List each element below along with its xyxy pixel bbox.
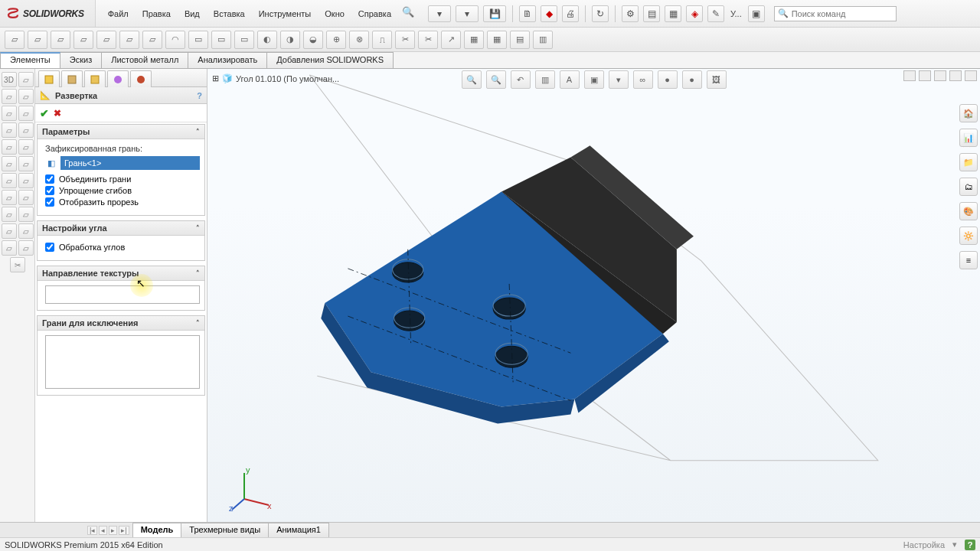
tab-evaluate[interactable]: Анализировать <box>188 52 267 68</box>
tool2-2[interactable]: ▱ <box>28 31 47 49</box>
fixed-face-input[interactable] <box>60 156 200 170</box>
custom-props-icon[interactable]: ≡ <box>959 251 978 269</box>
scene-icon[interactable]: ∞ <box>633 70 653 89</box>
new-button[interactable]: ▾ <box>428 5 451 22</box>
tool2-11[interactable]: ▭ <box>234 31 254 49</box>
group-texture-header[interactable]: Направление текстуры ˄ <box>38 266 204 281</box>
appearance-icon[interactable]: ● <box>658 70 678 89</box>
resources-icon[interactable]: 📊 <box>959 129 978 147</box>
lt-10[interactable]: ▱ <box>2 156 17 171</box>
accept-button[interactable]: ✔ <box>40 107 49 119</box>
cancel-button[interactable]: ✖ <box>54 108 61 119</box>
feature-tree-flyout[interactable]: ⊞ 🧊 Угол 01.010 (По умолчан... <box>212 73 339 83</box>
view-palette-icon[interactable]: 🎨 <box>959 202 978 220</box>
menu-view[interactable]: Вид <box>178 6 206 21</box>
status-help-icon[interactable]: ? <box>965 540 975 550</box>
lt-19[interactable]: ▱ <box>18 223 34 239</box>
group-angle-header[interactable]: Настройки угла ˄ <box>38 221 204 236</box>
explorer-icon[interactable]: 🗂 <box>959 178 978 196</box>
lt-7[interactable]: ▱ <box>18 122 34 138</box>
view-setting2-icon[interactable]: ▦ <box>665 5 681 22</box>
display-style-icon[interactable]: ▣ <box>584 70 604 89</box>
lt-21[interactable]: ▱ <box>18 240 34 256</box>
save-button[interactable]: 💾 <box>483 5 506 22</box>
rebuild-icon[interactable]: ↻ <box>592 5 609 22</box>
lt-3[interactable]: ▱ <box>18 89 34 104</box>
lt-12[interactable]: ▱ <box>2 173 17 188</box>
lt-9[interactable]: ▱ <box>18 139 34 155</box>
menu-help[interactable]: Справка <box>352 6 397 21</box>
appearance2-icon[interactable]: ● <box>682 70 702 89</box>
tool2-15[interactable]: ⊕ <box>326 31 346 49</box>
lt-4[interactable]: ▱ <box>2 106 17 121</box>
lt-6[interactable]: ▱ <box>2 122 17 138</box>
bottom-tab-3dviews[interactable]: Трехмерные виды <box>181 523 269 537</box>
lt-22[interactable]: ✂ <box>10 257 25 272</box>
tool2-1[interactable]: ▱ <box>5 31 24 49</box>
tool2-14[interactable]: ◒ <box>303 31 323 49</box>
tool2-9[interactable]: ▭ <box>188 31 208 49</box>
bottom-tab-anim[interactable]: Анимация1 <box>268 523 329 537</box>
lt-11[interactable]: ▱ <box>18 156 34 171</box>
view-setting-icon[interactable]: ▤ <box>643 5 660 22</box>
last-tab-icon[interactable]: ▸| <box>119 526 129 535</box>
library-icon[interactable]: 📁 <box>959 153 978 171</box>
merge-faces-checkbox[interactable]: Объединить грани <box>45 174 200 184</box>
open-button[interactable]: ▾ <box>456 5 479 22</box>
tool2-8[interactable]: ◠ <box>165 31 185 49</box>
group-parameters-header[interactable]: Параметры ˄ <box>38 125 204 139</box>
menu-tools[interactable]: Инструменты <box>253 6 318 21</box>
tool2-10[interactable]: ▭ <box>211 31 231 49</box>
tool2-16[interactable]: ⊗ <box>349 31 369 49</box>
tool2-20[interactable]: ↗ <box>441 31 461 49</box>
prev-tab-icon[interactable]: ◂ <box>99 526 107 535</box>
panel-tab-render[interactable] <box>130 70 152 87</box>
zoom-fit-icon[interactable]: 🔍 <box>462 70 482 89</box>
tool2-4[interactable]: ▱ <box>74 31 93 49</box>
win-max-icon[interactable] <box>949 70 962 81</box>
view-orient-icon[interactable]: A <box>560 70 580 89</box>
lt-5[interactable]: ▱ <box>18 106 34 121</box>
win-tile2-icon[interactable] <box>919 70 931 81</box>
tool2-17[interactable]: ⎍ <box>372 31 392 49</box>
tool2-23[interactable]: ▤ <box>510 31 530 49</box>
simplify-bends-checkbox[interactable]: Упрощение сгибов <box>45 186 200 195</box>
panel-tab-display[interactable] <box>84 70 106 87</box>
menu-file[interactable]: Файл <box>102 6 135 21</box>
graphics-view[interactable]: ⊞ 🧊 Угол 01.010 (По умолчан... 🔍 🔍 ↶ ▥ A… <box>207 69 980 522</box>
home-icon[interactable]: 🏠 <box>959 104 978 122</box>
menu-edit[interactable]: Правка <box>136 6 177 21</box>
options-icon[interactable]: ⚙ <box>622 5 639 22</box>
lt-15[interactable]: ▱ <box>18 190 34 205</box>
lt-18[interactable]: ▱ <box>2 223 17 239</box>
tool2-19[interactable]: ✂ <box>418 31 438 49</box>
status-dropdown-icon[interactable]: ▾ <box>952 540 957 549</box>
win-close-icon[interactable] <box>965 70 977 81</box>
win-min-icon[interactable] <box>934 70 946 81</box>
zoom-area-icon[interactable]: 🔍 <box>486 70 506 89</box>
tool2-3[interactable]: ▱ <box>51 31 70 49</box>
view3d-icon[interactable]: 3D <box>2 72 17 87</box>
tab-sheetmetal[interactable]: Листовой металл <box>101 52 188 68</box>
bottom-tab-model[interactable]: Модель <box>132 523 182 537</box>
next-tab-icon[interactable]: ▸ <box>109 526 117 535</box>
group-exclude-header[interactable]: Грани для исключения ˄ <box>38 316 204 331</box>
tool2-18[interactable]: ✂ <box>395 31 415 49</box>
tool2-6[interactable]: ▱ <box>119 31 139 49</box>
command-search[interactable]: 🔍 <box>774 6 897 21</box>
cmd-icon[interactable]: ▣ <box>748 5 765 22</box>
command-search-input[interactable] <box>792 9 891 18</box>
lt-17[interactable]: ▱ <box>18 207 34 222</box>
panel-tab-dimxpert[interactable] <box>107 70 129 87</box>
tool2-5[interactable]: ▱ <box>96 31 116 49</box>
tool2-7[interactable]: ▱ <box>142 31 162 49</box>
edit-scene-icon[interactable]: 🖼 <box>707 70 727 89</box>
tool2-24[interactable]: ▥ <box>533 31 553 49</box>
win-tile1-icon[interactable] <box>903 70 916 81</box>
pdf-export-icon[interactable]: ◆ <box>541 5 557 22</box>
print-icon[interactable]: 🖨 <box>562 5 579 22</box>
tab-features[interactable]: Элементы <box>0 52 60 68</box>
menu-insert[interactable]: Вставка <box>207 6 251 21</box>
panel-tab-config[interactable] <box>61 70 83 87</box>
exclude-faces-input[interactable] <box>45 335 200 389</box>
